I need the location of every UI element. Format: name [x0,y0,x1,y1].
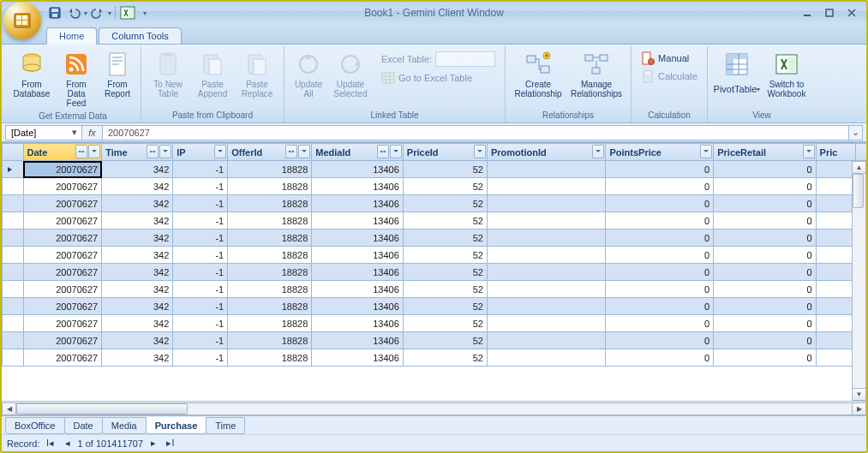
cell[interactable]: 20070627 [23,298,102,315]
cell[interactable]: 52 [403,315,487,332]
column-header-pointsprice[interactable]: PointsPrice [606,144,714,161]
cell[interactable]: -1 [173,212,228,229]
scroll-right-button[interactable]: ▶ [852,402,866,415]
column-filter-icon[interactable] [592,145,604,158]
cell[interactable]: 0 [606,332,714,349]
from-report-button[interactable]: FromReport [99,48,135,101]
cell[interactable]: -1 [173,315,228,332]
column-filter-icon[interactable] [803,145,815,158]
cell[interactable] [816,212,856,229]
column-link-icon[interactable] [147,145,159,158]
fx-button[interactable]: fx [82,125,103,140]
column-header-time[interactable]: Time [102,144,173,161]
row-selector[interactable] [3,298,24,315]
table-row[interactable]: 20070627342-118828134065200Unit [3,161,867,178]
table-row[interactable]: 20070627342-118828134065200Unit [3,298,867,315]
cell[interactable]: 18828 [228,315,312,332]
cell[interactable]: 20070627 [23,212,102,229]
save-button[interactable] [46,4,63,21]
cell[interactable]: 13406 [312,281,404,298]
column-filter-icon[interactable] [88,145,100,158]
cell[interactable]: 0 [714,247,816,264]
cell[interactable]: 18828 [228,298,312,315]
cell[interactable]: 0 [714,161,816,178]
cell[interactable]: 0 [606,161,714,178]
pivottable-button[interactable]: PivotTable▾ [713,48,761,101]
scroll-left-button[interactable]: ◀ [2,402,16,415]
app-orb-button[interactable] [3,2,41,39]
row-selector[interactable] [3,281,24,298]
row-selector[interactable] [3,161,24,178]
horizontal-scroll-thumb[interactable] [16,403,188,414]
cell[interactable]: 342 [102,229,173,247]
cell[interactable]: 18828 [228,247,312,264]
cell[interactable]: 342 [102,195,173,212]
cell[interactable]: 0 [606,281,714,298]
last-record-button[interactable]: ▸I [164,437,177,450]
cell[interactable]: 20070627 [23,195,102,212]
horizontal-scrollbar[interactable]: ◀ ▶ [2,401,866,415]
table-row[interactable]: 20070627342-118828134065200Unit [3,332,867,349]
cell[interactable] [487,229,606,247]
cell[interactable] [487,349,606,367]
row-selector[interactable] [3,195,24,212]
data-grid[interactable]: DateTimeIPOfferIdMediaIdPriceIdPromotion… [2,143,866,401]
cell[interactable]: 52 [403,281,487,298]
column-link-icon[interactable] [377,145,389,158]
cell[interactable]: 0 [714,212,816,229]
cell[interactable]: -1 [173,229,228,247]
from-database-button[interactable]: FromDatabase [10,48,53,101]
cell[interactable]: 342 [102,161,173,178]
cell[interactable]: 342 [102,247,173,264]
column-filter-icon[interactable] [159,145,171,158]
cell[interactable]: 52 [403,349,487,367]
column-link-icon[interactable] [75,145,87,158]
column-filter-icon[interactable] [214,145,226,158]
cell[interactable]: 13406 [312,264,404,281]
cell[interactable]: -1 [173,264,228,281]
cell[interactable]: 52 [403,332,487,349]
cell[interactable]: 20070627 [23,161,102,178]
cell[interactable]: -1 [173,178,228,195]
cell[interactable]: 18828 [228,212,312,229]
row-selector[interactable] [3,264,24,281]
maximize-button[interactable] [818,5,841,21]
cell[interactable] [487,247,606,264]
cell[interactable]: 52 [403,178,487,195]
cell[interactable] [487,212,606,229]
manage-relationships-button[interactable]: ManageRelationships [567,48,626,101]
cell[interactable]: 20070627 [23,229,102,247]
cell[interactable] [816,161,856,178]
cell[interactable] [816,195,856,212]
row-selector[interactable] [3,332,24,349]
undo-button[interactable] [65,4,82,21]
cell[interactable]: -1 [173,247,228,264]
cell[interactable]: 20070627 [23,264,102,281]
cell[interactable]: 52 [403,195,487,212]
cell[interactable]: 20070627 [23,332,102,349]
cell[interactable]: 20070627 [23,178,102,195]
cell[interactable]: 52 [403,264,487,281]
column-header-partial[interactable] [856,144,866,161]
cell[interactable]: 0 [714,229,816,247]
cell[interactable]: 52 [403,298,487,315]
cell[interactable]: 0 [714,298,816,315]
sheet-tab-time[interactable]: Time [206,417,245,434]
cell[interactable]: 13406 [312,298,404,315]
cell[interactable]: 18828 [228,332,312,349]
table-row[interactable]: 20070627342-118828134065200Unit [3,212,867,229]
redo-button[interactable] [89,4,106,21]
column-filter-icon[interactable] [298,145,310,158]
table-row[interactable]: 20070627342-118828134065200Unit [3,229,867,247]
cell[interactable]: 52 [403,247,487,264]
cell[interactable]: 0 [606,229,714,247]
cell[interactable]: 0 [606,315,714,332]
cell[interactable]: 13406 [312,195,404,212]
cell[interactable]: 0 [714,195,816,212]
cell[interactable] [487,332,606,349]
expand-formula-icon[interactable]: ⌄ [849,125,863,140]
cell[interactable]: 52 [403,161,487,178]
excel-icon[interactable] [119,4,136,21]
cell[interactable]: 342 [102,298,173,315]
cell[interactable]: 0 [714,315,816,332]
